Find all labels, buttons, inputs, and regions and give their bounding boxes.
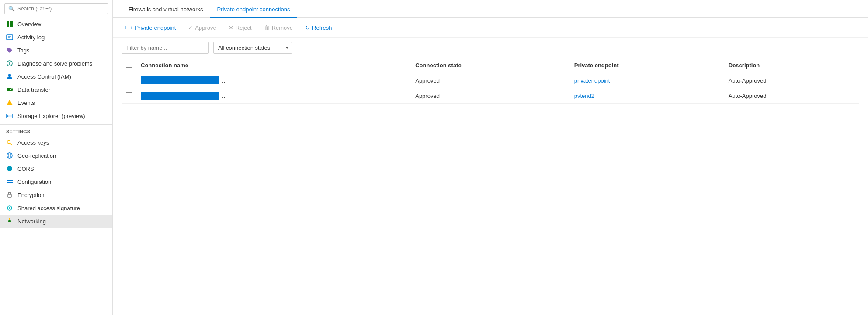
svg-point-27 <box>8 220 11 222</box>
add-private-endpoint-label: + Private endpoint <box>130 24 176 31</box>
search-box[interactable]: 🔍 <box>4 3 108 14</box>
col-private-endpoint: Private endpoint <box>570 58 724 73</box>
remove-label: Remove <box>272 24 293 31</box>
events-icon <box>6 99 13 106</box>
tab-firewalls[interactable]: Firewalls and virtual networks <box>122 2 210 18</box>
svg-point-14 <box>7 115 9 117</box>
cors-icon <box>6 165 13 172</box>
row1-name-suffix: ... <box>222 77 227 84</box>
add-icon: + <box>124 24 128 31</box>
sidebar-item-activity-log[interactable]: Activity log <box>0 31 112 44</box>
sidebar-label-activity-log: Activity log <box>17 34 45 41</box>
svg-marker-12 <box>7 100 13 105</box>
sidebar-item-events[interactable]: Events <box>0 96 112 109</box>
sidebar-item-cors[interactable]: CORS <box>0 162 112 175</box>
col-connection-name: Connection name <box>136 58 411 73</box>
sidebar-item-configuration[interactable]: Configuration <box>0 175 112 188</box>
svg-rect-1 <box>10 21 13 24</box>
sidebar-item-geo-replication[interactable]: Geo-replication <box>0 149 112 162</box>
networking-icon <box>6 218 13 225</box>
sidebar-item-storage-explorer[interactable]: Storage Explorer (preview) <box>0 109 112 122</box>
svg-line-17 <box>10 143 13 145</box>
remove-button[interactable]: 🗑 Remove <box>261 23 295 33</box>
sidebar-label-events: Events <box>17 100 35 106</box>
svg-rect-2 <box>7 24 9 27</box>
reject-label: Reject <box>236 24 252 31</box>
svg-point-20 <box>7 166 12 171</box>
table-row: ... Approved pvtend2 Auto-Approved <box>122 88 859 104</box>
svg-rect-3 <box>10 24 13 27</box>
settings-divider: Settings <box>0 124 112 136</box>
refresh-button[interactable]: ↻ Refresh <box>302 23 335 33</box>
dropdown-wrapper: All connection states Approved Pending R… <box>213 42 292 54</box>
approve-button[interactable]: ✓ Approve <box>185 23 219 33</box>
main-content: Firewalls and virtual networks Private e… <box>113 0 868 315</box>
reject-button[interactable]: ✕ Reject <box>226 23 254 33</box>
data-transfer-icon <box>6 86 13 93</box>
sidebar-item-tags[interactable]: Tags <box>0 44 112 57</box>
row1-description: Auto-Approved <box>724 73 859 88</box>
col-description: Description <box>724 58 859 73</box>
sidebar-label-access-keys: Access keys <box>17 139 49 146</box>
sidebar-label-configuration: Configuration <box>17 179 51 185</box>
storage-explorer-icon <box>6 112 13 119</box>
sidebar-item-data-transfer[interactable]: Data transfer <box>0 83 112 96</box>
sidebar-label-iam: Access Control (IAM) <box>17 73 71 80</box>
add-private-endpoint-button[interactable]: + + Private endpoint <box>122 22 178 33</box>
diagnose-icon <box>6 60 13 67</box>
row1-endpoint-link[interactable]: privatendpoint <box>574 77 610 84</box>
svg-point-18 <box>7 153 12 158</box>
trash-icon: 🗑 <box>264 24 270 31</box>
row2-name-cell: ... <box>141 92 406 100</box>
row1-checkbox[interactable] <box>126 77 132 83</box>
svg-point-16 <box>7 141 10 144</box>
sidebar-label-storage-explorer: Storage Explorer (preview) <box>17 113 85 119</box>
search-input[interactable] <box>17 6 104 12</box>
sidebar-label-diagnose: Diagnose and solve problems <box>17 60 92 67</box>
configuration-icon <box>6 178 13 185</box>
sidebar-label-networking: Networking <box>17 218 46 225</box>
svg-point-26 <box>9 207 10 209</box>
row2-endpoint-link[interactable]: pvtend2 <box>574 93 594 99</box>
sidebar-item-iam[interactable]: Access Control (IAM) <box>0 70 112 83</box>
tab-bar: Firewalls and virtual networks Private e… <box>113 0 868 18</box>
col-connection-state: Connection state <box>411 58 570 73</box>
encryption-icon <box>6 191 13 198</box>
tab-private-endpoint[interactable]: Private endpoint connections <box>210 2 297 18</box>
row2-name-bar <box>141 92 219 100</box>
x-icon: ✕ <box>229 24 233 31</box>
connection-state-dropdown[interactable]: All connection states Approved Pending R… <box>213 42 292 54</box>
toolbar: + + Private endpoint ✓ Approve ✕ Reject … <box>113 18 868 38</box>
sidebar-label-tags: Tags <box>17 47 29 54</box>
row1-state: Approved <box>411 73 570 88</box>
row2-description: Auto-Approved <box>724 88 859 104</box>
svg-rect-24 <box>8 194 11 197</box>
sidebar-item-networking[interactable]: Networking <box>0 215 112 228</box>
row1-name-bar <box>141 76 219 84</box>
svg-rect-23 <box>7 184 13 184</box>
sidebar-label-shared-access: Shared access signature <box>17 205 80 211</box>
select-all-checkbox[interactable] <box>126 62 132 68</box>
sidebar-item-overview[interactable]: Overview <box>0 17 112 31</box>
row1-name-cell: ... <box>141 76 406 84</box>
access-keys-icon <box>6 139 13 146</box>
filter-input[interactable] <box>122 42 209 54</box>
overview-icon <box>6 21 13 28</box>
svg-rect-4 <box>7 35 13 40</box>
sidebar-item-access-keys[interactable]: Access keys <box>0 136 112 149</box>
row2-name-suffix: ... <box>222 93 227 99</box>
svg-rect-22 <box>7 182 13 183</box>
sidebar-item-encryption[interactable]: Encryption <box>0 188 112 201</box>
row2-checkbox[interactable] <box>126 92 132 98</box>
search-icon: 🔍 <box>8 6 15 12</box>
sidebar-item-diagnose[interactable]: Diagnose and solve problems <box>0 57 112 70</box>
geo-replication-icon <box>6 152 13 159</box>
svg-point-10 <box>8 74 11 76</box>
shared-access-icon <box>6 204 13 211</box>
refresh-label: Refresh <box>312 24 332 31</box>
sidebar-label-cors: CORS <box>17 166 34 172</box>
tags-icon <box>6 47 13 54</box>
sidebar-item-shared-access[interactable]: Shared access signature <box>0 201 112 215</box>
sidebar: 🔍 Overview Activity log Tags Diagnose an… <box>0 0 113 315</box>
checkmark-icon: ✓ <box>188 24 193 31</box>
